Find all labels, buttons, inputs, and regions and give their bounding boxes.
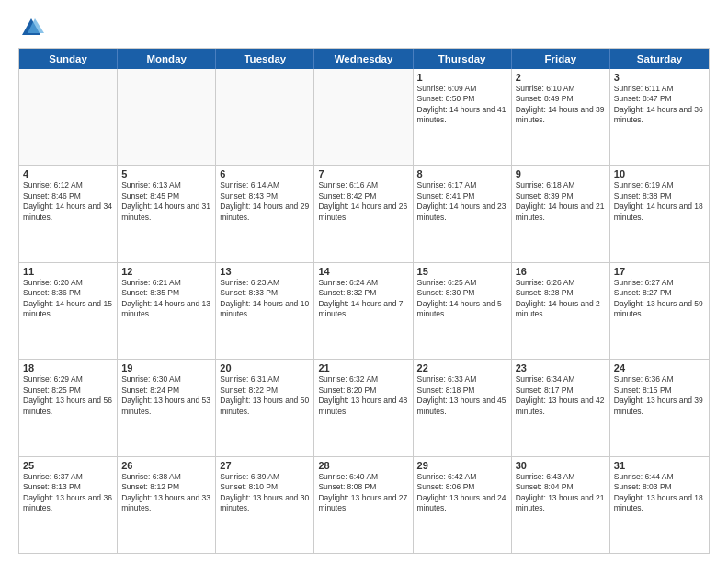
day-info: Sunrise: 6:13 AM Sunset: 8:45 PM Dayligh… (121, 180, 211, 223)
day-info: Sunrise: 6:17 AM Sunset: 8:41 PM Dayligh… (417, 180, 507, 223)
day-number: 6 (220, 168, 310, 179)
day-number: 25 (23, 460, 113, 471)
day-number: 5 (121, 168, 211, 179)
day-number: 12 (121, 266, 211, 277)
day-info: Sunrise: 6:38 AM Sunset: 8:12 PM Dayligh… (121, 472, 211, 514)
calendar: SundayMondayTuesdayWednesdayThursdayFrid… (18, 48, 710, 554)
day-cell-14: 14Sunrise: 6:24 AM Sunset: 8:32 PM Dayli… (314, 263, 413, 359)
day-number: 9 (516, 168, 606, 179)
calendar-body: 1Sunrise: 6:09 AM Sunset: 8:50 PM Daylig… (19, 69, 709, 553)
day-cell-18: 18Sunrise: 6:29 AM Sunset: 8:25 PM Dayli… (19, 360, 118, 455)
header (18, 15, 710, 40)
day-cell-1: 1Sunrise: 6:09 AM Sunset: 8:50 PM Daylig… (414, 69, 512, 165)
day-info: Sunrise: 6:34 AM Sunset: 8:17 PM Dayligh… (516, 374, 606, 417)
day-cell-6: 6Sunrise: 6:14 AM Sunset: 8:43 PM Daylig… (216, 166, 314, 261)
day-info: Sunrise: 6:31 AM Sunset: 8:22 PM Dayligh… (220, 374, 310, 417)
day-number: 10 (614, 168, 705, 179)
day-number: 24 (614, 362, 705, 373)
day-info: Sunrise: 6:32 AM Sunset: 8:20 PM Dayligh… (318, 374, 408, 417)
day-info: Sunrise: 6:19 AM Sunset: 8:38 PM Dayligh… (614, 180, 705, 223)
header-day-saturday: Saturday (610, 49, 709, 69)
day-number: 23 (516, 362, 606, 373)
day-cell-30: 30Sunrise: 6:43 AM Sunset: 8:04 PM Dayli… (512, 457, 610, 553)
day-cell-17: 17Sunrise: 6:27 AM Sunset: 8:27 PM Dayli… (610, 263, 709, 359)
day-number: 28 (318, 460, 408, 471)
day-number: 18 (23, 362, 113, 373)
day-cell-19: 19Sunrise: 6:30 AM Sunset: 8:24 PM Dayli… (118, 360, 216, 455)
day-number: 22 (417, 362, 507, 373)
day-number: 4 (23, 168, 113, 179)
day-cell-3: 3Sunrise: 6:11 AM Sunset: 8:47 PM Daylig… (610, 69, 709, 165)
logo (18, 15, 48, 40)
day-info: Sunrise: 6:24 AM Sunset: 8:32 PM Dayligh… (318, 278, 408, 320)
day-info: Sunrise: 6:33 AM Sunset: 8:18 PM Dayligh… (417, 374, 507, 417)
week-row-5: 25Sunrise: 6:37 AM Sunset: 8:13 PM Dayli… (19, 457, 709, 553)
day-number: 31 (614, 460, 705, 471)
day-cell-28: 28Sunrise: 6:40 AM Sunset: 8:08 PM Dayli… (314, 457, 413, 553)
header-day-sunday: Sunday (19, 49, 118, 69)
day-number: 17 (614, 266, 705, 277)
day-cell-8: 8Sunrise: 6:17 AM Sunset: 8:41 PM Daylig… (414, 166, 512, 261)
day-cell-22: 22Sunrise: 6:33 AM Sunset: 8:18 PM Dayli… (414, 360, 512, 455)
day-number: 20 (220, 362, 310, 373)
day-info: Sunrise: 6:21 AM Sunset: 8:35 PM Dayligh… (121, 278, 211, 320)
day-number: 15 (417, 266, 507, 277)
day-info: Sunrise: 6:14 AM Sunset: 8:43 PM Dayligh… (220, 180, 310, 223)
day-number: 16 (516, 266, 606, 277)
week-row-2: 4Sunrise: 6:12 AM Sunset: 8:46 PM Daylig… (19, 166, 709, 262)
day-info: Sunrise: 6:20 AM Sunset: 8:36 PM Dayligh… (23, 278, 113, 320)
day-cell-24: 24Sunrise: 6:36 AM Sunset: 8:15 PM Dayli… (610, 360, 709, 455)
week-row-3: 11Sunrise: 6:20 AM Sunset: 8:36 PM Dayli… (19, 263, 709, 360)
day-cell-2: 2Sunrise: 6:10 AM Sunset: 8:49 PM Daylig… (512, 69, 610, 165)
day-cell-31: 31Sunrise: 6:44 AM Sunset: 8:03 PM Dayli… (610, 457, 709, 553)
day-number: 1 (417, 72, 507, 83)
day-cell-4: 4Sunrise: 6:12 AM Sunset: 8:46 PM Daylig… (19, 166, 118, 261)
header-day-thursday: Thursday (414, 49, 512, 69)
day-cell-21: 21Sunrise: 6:32 AM Sunset: 8:20 PM Dayli… (314, 360, 413, 455)
day-cell-12: 12Sunrise: 6:21 AM Sunset: 8:35 PM Dayli… (118, 263, 216, 359)
day-number: 3 (614, 72, 705, 83)
logo-icon (18, 15, 44, 40)
day-cell-10: 10Sunrise: 6:19 AM Sunset: 8:38 PM Dayli… (610, 166, 709, 261)
day-info: Sunrise: 6:44 AM Sunset: 8:03 PM Dayligh… (614, 472, 705, 514)
day-cell-9: 9Sunrise: 6:18 AM Sunset: 8:39 PM Daylig… (512, 166, 610, 261)
header-day-tuesday: Tuesday (216, 49, 314, 69)
day-info: Sunrise: 6:18 AM Sunset: 8:39 PM Dayligh… (516, 180, 606, 223)
day-info: Sunrise: 6:11 AM Sunset: 8:47 PM Dayligh… (614, 84, 705, 126)
day-cell-16: 16Sunrise: 6:26 AM Sunset: 8:28 PM Dayli… (512, 263, 610, 359)
day-info: Sunrise: 6:23 AM Sunset: 8:33 PM Dayligh… (220, 278, 310, 320)
empty-cell (19, 69, 118, 165)
day-number: 11 (23, 266, 113, 277)
day-number: 7 (318, 168, 408, 179)
day-info: Sunrise: 6:25 AM Sunset: 8:30 PM Dayligh… (417, 278, 507, 320)
day-info: Sunrise: 6:36 AM Sunset: 8:15 PM Dayligh… (614, 374, 705, 417)
day-cell-25: 25Sunrise: 6:37 AM Sunset: 8:13 PM Dayli… (19, 457, 118, 553)
day-cell-11: 11Sunrise: 6:20 AM Sunset: 8:36 PM Dayli… (19, 263, 118, 359)
day-info: Sunrise: 6:43 AM Sunset: 8:04 PM Dayligh… (516, 472, 606, 514)
day-number: 2 (516, 72, 606, 83)
day-info: Sunrise: 6:16 AM Sunset: 8:42 PM Dayligh… (318, 180, 408, 223)
day-cell-7: 7Sunrise: 6:16 AM Sunset: 8:42 PM Daylig… (314, 166, 413, 261)
empty-cell (118, 69, 216, 165)
day-info: Sunrise: 6:10 AM Sunset: 8:49 PM Dayligh… (516, 84, 606, 126)
day-info: Sunrise: 6:09 AM Sunset: 8:50 PM Dayligh… (417, 84, 507, 126)
day-info: Sunrise: 6:39 AM Sunset: 8:10 PM Dayligh… (220, 472, 310, 514)
day-info: Sunrise: 6:27 AM Sunset: 8:27 PM Dayligh… (614, 278, 705, 320)
header-day-monday: Monday (118, 49, 216, 69)
calendar-header: SundayMondayTuesdayWednesdayThursdayFrid… (19, 49, 709, 69)
day-cell-5: 5Sunrise: 6:13 AM Sunset: 8:45 PM Daylig… (118, 166, 216, 261)
header-day-wednesday: Wednesday (314, 49, 413, 69)
page: SundayMondayTuesdayWednesdayThursdayFrid… (0, 0, 728, 563)
day-info: Sunrise: 6:29 AM Sunset: 8:25 PM Dayligh… (23, 374, 113, 417)
header-day-friday: Friday (512, 49, 610, 69)
day-number: 19 (121, 362, 211, 373)
day-number: 26 (121, 460, 211, 471)
day-cell-15: 15Sunrise: 6:25 AM Sunset: 8:30 PM Dayli… (414, 263, 512, 359)
day-info: Sunrise: 6:42 AM Sunset: 8:06 PM Dayligh… (417, 472, 507, 514)
day-cell-29: 29Sunrise: 6:42 AM Sunset: 8:06 PM Dayli… (414, 457, 512, 553)
day-number: 29 (417, 460, 507, 471)
day-info: Sunrise: 6:37 AM Sunset: 8:13 PM Dayligh… (23, 472, 113, 514)
empty-cell (314, 69, 413, 165)
week-row-4: 18Sunrise: 6:29 AM Sunset: 8:25 PM Dayli… (19, 360, 709, 456)
empty-cell (216, 69, 314, 165)
